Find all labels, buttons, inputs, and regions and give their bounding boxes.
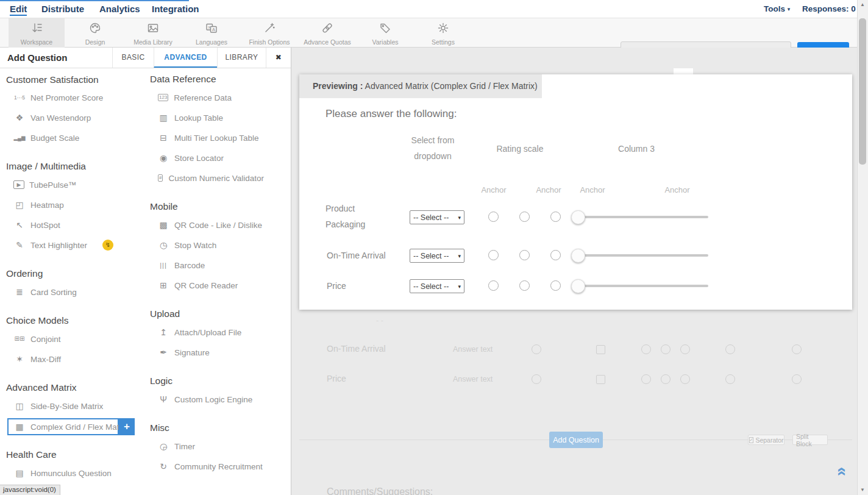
tab-basic[interactable]: BASIC <box>112 48 154 68</box>
heatmap-icon: ◰ <box>13 201 26 209</box>
dual-grid-icon: ⊞⊞ <box>13 335 26 343</box>
toolbar-item-variables[interactable]: Variables <box>357 18 413 48</box>
item-label: TubePulse™ <box>29 180 77 190</box>
scrollbar-thumb[interactable] <box>859 18 866 165</box>
question-type-qr-like-dislike[interactable]: ▩QR Code - Like / Dislike <box>157 218 262 232</box>
question-type-side-by-side-matrix[interactable]: ◫Side-By-Side Matrix <box>13 399 103 413</box>
scroll-to-top-icon[interactable]: « <box>833 467 852 476</box>
toolbar-item-media-library[interactable]: Media Library <box>125 18 181 48</box>
question-type-multi-tier-lookup-table[interactable]: ⊟Multi Tier Lookup Table <box>157 131 259 144</box>
rating-radio[interactable] <box>550 250 561 260</box>
question-type-card-sorting[interactable]: ≣Card Sorting <box>13 285 77 299</box>
question-type-net-promoter-score[interactable]: 1⋯5Net Promoter Score <box>13 91 103 104</box>
row-label-product-line2: Packaging <box>326 219 365 229</box>
nav-tab-edit[interactable]: Edit <box>10 4 27 16</box>
toolbar-item-finish-options[interactable]: Finish Options <box>241 18 297 48</box>
rating-radio[interactable] <box>519 212 530 222</box>
question-type-reference-data[interactable]: 123Reference Data <box>157 91 232 104</box>
dropdown-select[interactable]: -- Select --▾ <box>410 249 464 263</box>
dimmed-radio <box>725 374 735 384</box>
item-label: Timer <box>174 442 195 451</box>
question-type-max-diff[interactable]: ✶Max-Diff <box>13 352 61 366</box>
question-type-lookup-table[interactable]: ▥Lookup Table <box>157 111 223 124</box>
question-type-attach-upload-file[interactable]: ↥Attach/Upload File <box>157 326 241 339</box>
section-image-multimedia: Image / Multimedia <box>6 161 86 172</box>
rating-radio[interactable] <box>550 280 561 291</box>
nav-tab-distribute[interactable]: Distribute <box>41 4 84 14</box>
rating-radio[interactable] <box>519 280 530 291</box>
question-type-qr-code-reader[interactable]: ⊞QR Code Reader <box>157 279 238 292</box>
toolbar-item-languages[interactable]: xA Languages <box>183 18 240 48</box>
toolbar-item-advance-quotas[interactable]: Advance Quotas <box>299 18 355 48</box>
dimmed-radio <box>641 374 651 384</box>
add-selected-question-button[interactable]: + <box>119 418 135 435</box>
tools-menu[interactable]: Tools ▾ <box>764 4 790 13</box>
nav-tab-integration[interactable]: Integration <box>152 4 199 14</box>
item-label: Multi Tier Lookup Table <box>174 134 259 143</box>
item-label: Store Locator <box>174 154 224 163</box>
rating-radio[interactable] <box>488 280 499 291</box>
section-logic: Logic <box>150 376 173 386</box>
question-type-signature[interactable]: ✒Signature <box>157 346 210 359</box>
separator-button[interactable]: ✓Separator <box>748 435 784 445</box>
question-type-store-locator[interactable]: ◉Store Locator <box>157 151 224 165</box>
question-type-homunculus[interactable]: ▤Homunculus Question <box>13 466 112 480</box>
question-type-stop-watch[interactable]: ◷Stop Watch <box>157 238 216 252</box>
toolbar-item-design[interactable]: Design <box>67 18 123 48</box>
question-type-tubepulse[interactable]: ▶TubePulse™ <box>13 178 77 191</box>
dimmed-radio <box>680 374 690 384</box>
slider-handle[interactable] <box>571 279 585 293</box>
dimmed-radio <box>532 374 541 384</box>
toolbar-item-settings[interactable]: Settings <box>415 18 471 48</box>
chevron-down-icon: ▾ <box>458 215 461 221</box>
rating-radio[interactable] <box>488 250 499 260</box>
question-type-budget-scale[interactable]: ▂▄▆Budget Scale <box>13 131 79 144</box>
item-label: Net Promoter Score <box>30 93 103 102</box>
question-type-complex-grid-flex-matrix[interactable]: ▦Complex Grid / Flex Matrix <box>13 420 128 433</box>
tab-advanced[interactable]: ADVANCED <box>154 48 217 68</box>
chevron-down-icon: ▾ <box>458 283 461 290</box>
question-type-conjoint[interactable]: ⊞⊞Conjoint <box>13 332 61 346</box>
dropdown-select[interactable]: -- Select --▾ <box>410 210 464 224</box>
slider-handle[interactable] <box>571 249 585 263</box>
question-type-text-highlighter[interactable]: ✎Text Highlighter <box>13 238 87 252</box>
rating-radio[interactable] <box>519 250 530 260</box>
slider-track[interactable] <box>582 285 708 287</box>
item-label: Max-Diff <box>30 355 61 364</box>
question-type-timer[interactable]: ◶Timer <box>157 440 195 453</box>
split-block-button[interactable]: Split Block <box>792 435 828 445</box>
tools-label: Tools <box>764 4 785 13</box>
dimmed-content-fragment: - - <box>376 316 383 325</box>
tag-icon <box>379 21 392 37</box>
slider-track[interactable] <box>582 216 708 218</box>
section-data-reference: Data Reference <box>150 74 216 85</box>
question-type-community-recruitment[interactable]: ↻Community Recruitment <box>157 460 263 473</box>
nav-tab-analytics[interactable]: Analytics <box>99 4 140 14</box>
dropdown-value: -- Select -- <box>413 213 449 222</box>
question-type-van-westendorp[interactable]: ❖Van Westendorp <box>13 111 91 124</box>
rating-radio[interactable] <box>488 212 499 222</box>
question-type-barcode[interactable]: |||Barcode <box>157 258 205 272</box>
toolbar-label: Settings <box>432 38 455 46</box>
responses-count[interactable]: Responses: 0 <box>802 4 856 13</box>
slider-handle[interactable] <box>571 210 585 224</box>
cursor-icon: ↖ <box>13 221 26 229</box>
question-type-custom-logic-engine[interactable]: ΨCustom Logic Engine <box>157 393 252 406</box>
add-question-button[interactable]: Add Question <box>549 432 603 448</box>
anchor-label: Anchor <box>475 185 512 194</box>
anchor-label: Anchor <box>530 185 567 194</box>
item-label: Reference Data <box>174 93 232 102</box>
question-type-hotspot[interactable]: ↖HotSpot <box>13 218 60 232</box>
toolbar-label: Media Library <box>133 38 173 46</box>
close-icon[interactable]: ✖ <box>266 48 291 68</box>
question-type-custom-numeric-validator[interactable]: #Custom Numeric Validator <box>157 171 264 185</box>
rating-radio[interactable] <box>550 212 561 222</box>
tab-library[interactable]: LIBRARY <box>217 48 266 68</box>
scroll-up-icon[interactable]: ▲ <box>859 2 866 7</box>
slider-track[interactable] <box>582 254 708 257</box>
scroll-down-icon[interactable]: ▼ <box>859 487 866 493</box>
toolbar-item-workspace[interactable]: Workspace <box>9 18 65 48</box>
question-type-heatmap[interactable]: ◰Heatmap <box>13 198 64 212</box>
section-advanced-matrix: Advanced Matrix <box>6 382 76 393</box>
dropdown-select[interactable]: -- Select --▾ <box>410 279 464 293</box>
